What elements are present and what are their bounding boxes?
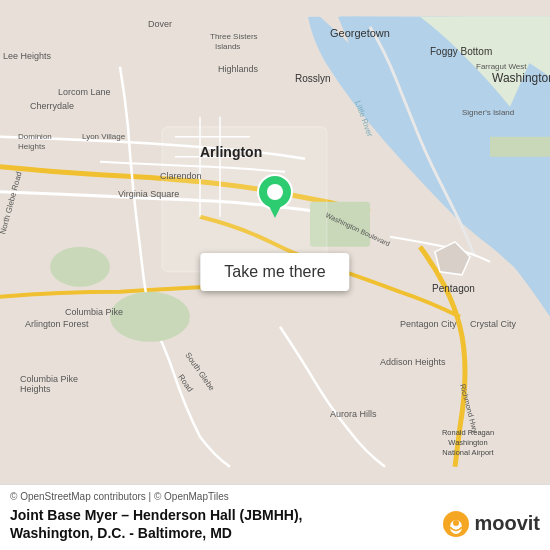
app: Georgetown Foggy Bottom Rosslyn Lorcom L…	[0, 0, 550, 550]
svg-text:Arlington: Arlington	[200, 144, 262, 160]
moovit-icon	[442, 510, 470, 538]
svg-text:Lyon Village: Lyon Village	[82, 132, 126, 141]
svg-text:Washington: Washington	[448, 438, 487, 447]
svg-point-53	[453, 520, 459, 526]
svg-text:Lee Heights: Lee Heights	[3, 51, 52, 61]
svg-text:Virginia Square: Virginia Square	[118, 189, 179, 199]
take-me-there-button[interactable]: Take me there	[200, 253, 349, 291]
svg-text:National Airport: National Airport	[442, 448, 494, 457]
svg-rect-9	[490, 137, 550, 157]
svg-text:Heights: Heights	[20, 384, 51, 394]
attribution: © OpenStreetMap contributors | © OpenMap…	[10, 491, 540, 502]
svg-text:Pentagon: Pentagon	[432, 283, 475, 294]
map-svg: Georgetown Foggy Bottom Rosslyn Lorcom L…	[0, 0, 550, 484]
moovit-logo: moovit	[442, 510, 540, 538]
location-name: Joint Base Myer – Henderson Hall (JBMHH)…	[10, 506, 432, 542]
map-pin	[257, 174, 293, 222]
svg-text:Washington: Washington	[492, 71, 550, 85]
footer: © OpenStreetMap contributors | © OpenMap…	[0, 484, 550, 550]
svg-text:Highlands: Highlands	[218, 64, 259, 74]
svg-text:Pentagon City: Pentagon City	[400, 319, 457, 329]
svg-point-49	[267, 184, 283, 200]
svg-text:Arlington Forest: Arlington Forest	[25, 319, 89, 329]
svg-text:Ronald Reagan: Ronald Reagan	[442, 428, 494, 437]
svg-text:Columbia Pike: Columbia Pike	[65, 307, 123, 317]
svg-text:Dominion: Dominion	[18, 132, 52, 141]
svg-text:Three Sisters: Three Sisters	[210, 32, 258, 41]
svg-text:Cherrydale: Cherrydale	[30, 101, 74, 111]
map-container: Georgetown Foggy Bottom Rosslyn Lorcom L…	[0, 0, 550, 484]
svg-text:Lorcom Lane: Lorcom Lane	[58, 87, 111, 97]
svg-text:Clarendon: Clarendon	[160, 171, 202, 181]
svg-text:Columbia Pike: Columbia Pike	[20, 374, 78, 384]
georgetown-label: Georgetown	[330, 27, 390, 39]
svg-text:Addison Heights: Addison Heights	[380, 357, 446, 367]
svg-text:Aurora Hills: Aurora Hills	[330, 409, 377, 419]
svg-text:Dover: Dover	[148, 19, 172, 29]
svg-text:Islands: Islands	[215, 42, 240, 51]
svg-text:Foggy Bottom: Foggy Bottom	[430, 46, 492, 57]
svg-text:Farragut West: Farragut West	[476, 62, 527, 71]
location-text: Joint Base Myer – Henderson Hall (JBMHH)…	[10, 506, 432, 542]
svg-text:Signer's Island: Signer's Island	[462, 108, 514, 117]
svg-point-7	[110, 292, 190, 342]
location-info: Joint Base Myer – Henderson Hall (JBMHH)…	[10, 506, 540, 542]
svg-text:Heights: Heights	[18, 142, 45, 151]
svg-text:Crystal City: Crystal City	[470, 319, 517, 329]
svg-point-8	[50, 247, 110, 287]
moovit-logo-text: moovit	[474, 512, 540, 535]
svg-text:Rosslyn: Rosslyn	[295, 73, 331, 84]
svg-marker-50	[267, 202, 283, 218]
